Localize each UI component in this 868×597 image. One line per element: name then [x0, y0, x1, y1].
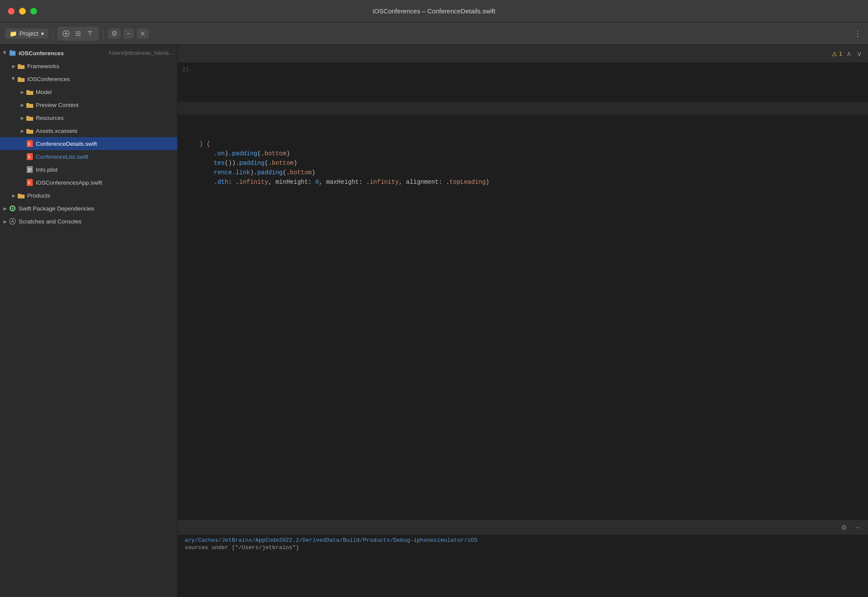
project-dropdown-icon: ▾: [41, 30, 44, 37]
line-num-21: 21.: [178, 66, 199, 73]
toolbar-icon-group: [57, 27, 99, 41]
editor-toolbar: ⚠ 1 ∧ ∨: [178, 45, 868, 63]
sidebar-item-app-swift[interactable]: ▶ S iOSConferencesApp.swift: [0, 176, 177, 189]
main-toolbar: 📁 Project ▾ ⚙ −: [0, 22, 868, 45]
code-block-line1: ) {: [178, 141, 868, 150]
build-path-text: ary/Caches/JetBrains/AppCode2022.2/Deriv…: [185, 537, 478, 544]
package-icon: [9, 204, 16, 212]
sidebar-item-frameworks[interactable]: ▶ Frameworks: [0, 60, 177, 72]
folder-icon-assets: [26, 127, 34, 135]
svg-text:S: S: [28, 155, 30, 159]
sidebar-item-products[interactable]: ▶ Products: [0, 189, 177, 202]
products-label: Products: [27, 192, 174, 199]
svg-text:S: S: [28, 142, 30, 146]
chevron-resources: ▶: [19, 114, 26, 121]
root-label: iOSConferences: [19, 50, 106, 57]
minimize-button[interactable]: [19, 8, 26, 15]
bottom-output: ary/Caches/JetBrains/AppCode2022.2/Deriv…: [178, 535, 868, 597]
toolbar-sep-2: [103, 28, 104, 39]
filter-button[interactable]: [85, 28, 95, 39]
warning-icon: ⚠: [832, 50, 837, 57]
folder-icon-products: [17, 192, 25, 199]
close-panel-button[interactable]: ✕: [137, 28, 149, 39]
title-bar: iOSConferences – ConferenceDetails.swift: [0, 0, 868, 22]
plist-file-icon: [26, 166, 34, 173]
output-text: sources under ["/Users/jetbrains"]: [185, 544, 299, 551]
scratches-label: Scratches and Consoles: [19, 218, 174, 225]
chevron-scratches: ▶: [2, 218, 9, 225]
folder-icon-frameworks: [17, 62, 25, 70]
swift-packages-label: Swift Package Dependencies: [19, 205, 174, 212]
code-line-21: 21.: [178, 66, 868, 76]
chevron-assets: ▶: [19, 127, 26, 134]
collapse-button[interactable]: −: [123, 28, 134, 39]
code-line-empty-2: [178, 115, 868, 141]
conference-details-label: ConferenceDetails.swift: [36, 141, 174, 147]
svg-rect-15: [27, 166, 33, 173]
sidebar-item-iosconferences-folder[interactable]: ▶ iOSConferences: [0, 72, 177, 85]
bottom-panel: ⚙ − ary/Caches/JetBrains/AppCode2022.2/D…: [178, 519, 868, 597]
folder-icon-resources: [26, 114, 34, 122]
preview-content-label: Preview Content: [36, 102, 174, 108]
window-title: iOSConferences – ConferenceDetails.swift: [373, 7, 495, 15]
sidebar-item-preview-content[interactable]: ▶ Preview Content: [0, 98, 177, 111]
conference-list-label: ConferenceList.swift: [36, 154, 174, 160]
root-path: /Users/jetbrains/ac_tutoria…: [109, 50, 174, 56]
window-controls[interactable]: [8, 8, 37, 15]
sidebar-item-conference-list[interactable]: ▶ S ConferenceList.swift: [0, 150, 177, 163]
sidebar-item-model[interactable]: ▶ Model: [0, 85, 177, 98]
scratches-icon: [9, 217, 16, 225]
sidebar-item-swift-packages[interactable]: ▶ Swift Package Dependencies: [0, 202, 177, 215]
bottom-collapse-button[interactable]: −: [852, 522, 863, 533]
add-button[interactable]: [61, 28, 71, 39]
warning-badge: ⚠ 1: [832, 50, 842, 57]
svg-rect-10: [9, 50, 12, 51]
main-layout: ▶ iOSConferences /Users/jetbrains/ac_tut…: [0, 45, 868, 597]
swift-file-icon-details: S: [26, 140, 34, 148]
sidebar-item-root[interactable]: ▶ iOSConferences /Users/jetbrains/ac_tut…: [0, 47, 177, 60]
toolbar-right: ⋮: [852, 28, 863, 39]
nav-up-button[interactable]: ∧: [846, 49, 852, 59]
svg-rect-9: [9, 51, 16, 56]
resources-label: Resources: [36, 115, 174, 121]
sidebar-item-scratches[interactable]: ▶ Scratches and Consoles: [0, 215, 177, 228]
settings-toolbar-button[interactable]: ⚙: [108, 28, 121, 39]
frameworks-label: Frameworks: [27, 63, 174, 69]
swift-file-icon-app: S: [26, 179, 34, 186]
sidebar-item-conference-details[interactable]: ▶ S ConferenceDetails.swift: [0, 137, 177, 150]
build-path-line: ary/Caches/JetBrains/AppCode2022.2/Deriv…: [185, 537, 861, 544]
project-selector[interactable]: 📁 Project ▾: [5, 28, 48, 39]
info-plist-label: Info.plist: [36, 167, 174, 173]
more-options-button[interactable]: ⋮: [852, 28, 863, 39]
list-button[interactable]: [73, 28, 83, 39]
code-block-line5: .dth: .infinity, minHeight: 0, maxHeight…: [178, 179, 868, 188]
folder-icon-iosconferences: [17, 75, 25, 83]
toolbar-sep-1: [53, 28, 53, 39]
assets-label: Assets.xcassets: [36, 128, 174, 134]
chevron-iosconferences: ▶: [10, 75, 17, 82]
code-line-empty-1: [178, 76, 868, 102]
editor-area: ⚠ 1 ∧ ∨ 21.: [178, 45, 868, 597]
code-block-line4: rence.link).padding(.bottom): [178, 169, 868, 179]
model-label: Model: [36, 89, 174, 95]
project-sidebar: ▶ iOSConferences /Users/jetbrains/ac_tut…: [0, 45, 178, 597]
nav-down-button[interactable]: ∨: [856, 49, 863, 59]
chevron-preview: ▶: [19, 101, 26, 108]
sidebar-item-resources[interactable]: ▶ Resources: [0, 111, 177, 124]
sidebar-item-info-plist[interactable]: ▶ Info.plist: [0, 163, 177, 176]
bottom-toolbar: ⚙ −: [178, 520, 868, 535]
output-line: sources under ["/Users/jetbrains"]: [185, 544, 861, 551]
swift-file-icon-list: S: [26, 153, 34, 160]
chevron-packages: ▶: [2, 205, 9, 212]
project-folder-icon: 📁: [9, 30, 17, 37]
sidebar-item-assets[interactable]: ▶ Assets.xcassets: [0, 124, 177, 137]
close-button[interactable]: [8, 8, 15, 15]
maximize-button[interactable]: [30, 8, 37, 15]
code-block-line3: tes()).padding(.bottom): [178, 160, 868, 169]
code-block-line2: .on).padding(.bottom): [178, 150, 868, 160]
code-editor[interactable]: 21. ) {: [178, 63, 868, 519]
iosconferences-folder-label: iOSConferences: [27, 76, 174, 82]
bottom-settings-button[interactable]: ⚙: [839, 522, 849, 533]
svg-point-23: [12, 207, 13, 209]
code-line-highlight: [178, 102, 868, 115]
